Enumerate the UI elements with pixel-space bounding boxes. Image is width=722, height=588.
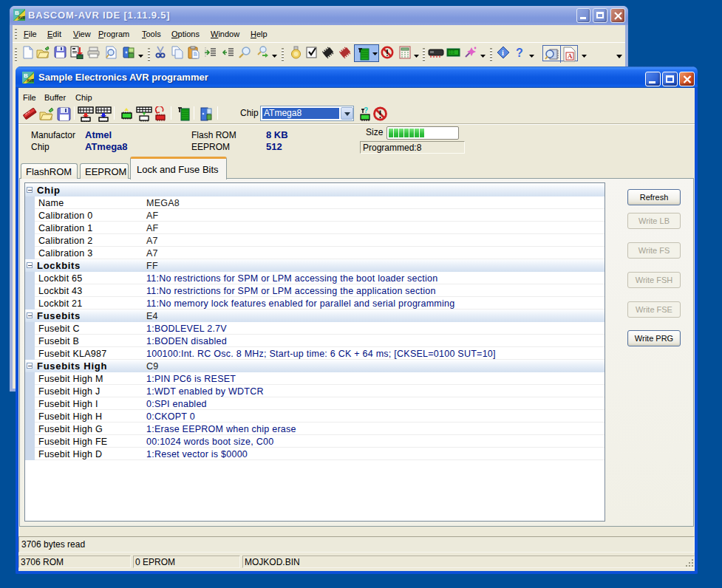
svg-text:AVR: AVR [27,78,34,83]
svg-text:AVR: AVR [18,16,25,20]
svg-text:A: A [568,52,573,60]
svg-text:i: i [502,49,504,57]
svg-text:?: ? [516,47,523,59]
svg-text:?: ? [364,106,368,114]
